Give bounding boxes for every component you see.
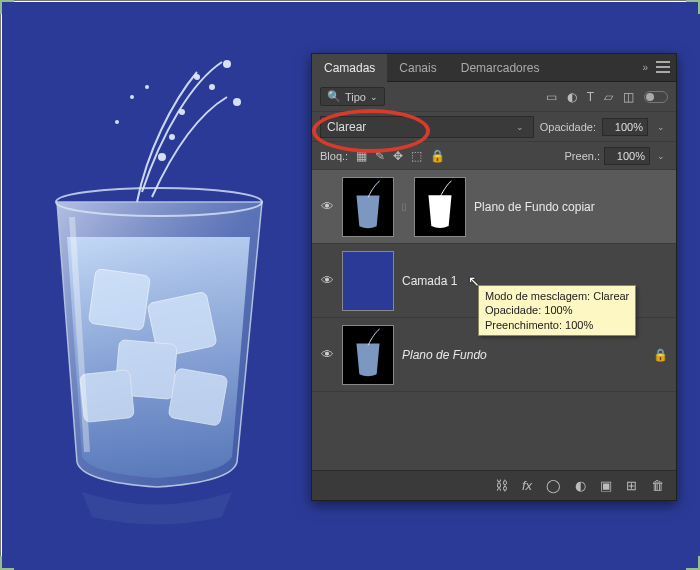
tab-layers[interactable]: Camadas: [312, 54, 387, 82]
chevron-down-icon[interactable]: ⌄: [654, 122, 668, 132]
canvas-image: [22, 42, 297, 532]
collapse-icon[interactable]: »: [642, 62, 648, 73]
canvas-background: Camadas Canais Demarcadores » 🔍 Tipo ⌄ ▭…: [2, 2, 700, 570]
svg-point-1: [209, 84, 215, 90]
filter-smart-icon[interactable]: ◫: [623, 90, 634, 104]
layer-mask-thumbnail[interactable]: [414, 177, 466, 237]
layer-thumbnail[interactable]: [342, 325, 394, 385]
opacity-value[interactable]: 100%: [602, 118, 648, 136]
opacity-label: Opacidade:: [540, 121, 596, 133]
lock-icon-group: ▦ ✎ ✥ ⬚ 🔒: [356, 149, 445, 163]
delete-layer-icon[interactable]: 🗑: [651, 478, 664, 493]
lock-fill-row: Bloq.: ▦ ✎ ✥ ⬚ 🔒 Preen.: 100% ⌄: [312, 142, 676, 170]
visibility-eye-icon[interactable]: 👁: [320, 273, 334, 288]
tooltip: Modo de mesclagem: Clarear Opacidade: 10…: [478, 285, 636, 336]
search-icon: 🔍: [327, 90, 341, 103]
lock-all-icon[interactable]: 🔒: [430, 149, 445, 163]
app-frame: Camadas Canais Demarcadores » 🔍 Tipo ⌄ ▭…: [0, 0, 700, 570]
svg-point-4: [179, 109, 185, 115]
svg-point-6: [158, 153, 166, 161]
lock-position-icon[interactable]: ✥: [393, 149, 403, 163]
panel-tab-bar: Camadas Canais Demarcadores »: [312, 54, 676, 82]
blend-mode-value: Clarear: [327, 120, 366, 134]
new-layer-icon[interactable]: ⊞: [626, 478, 637, 493]
layers-panel-footer: ⛓ fx ◯ ◐ ▣ ⊞ 🗑: [312, 470, 676, 500]
layers-panel: Camadas Canais Demarcadores » 🔍 Tipo ⌄ ▭…: [311, 53, 677, 501]
corner-bracket: [0, 556, 14, 570]
filter-type-icon[interactable]: T: [587, 90, 594, 104]
corner-bracket: [686, 556, 700, 570]
corner-bracket: [686, 0, 700, 14]
filter-toggle[interactable]: [644, 91, 668, 103]
layer-group-icon[interactable]: ▣: [600, 478, 612, 493]
chevron-down-icon[interactable]: ⌄: [654, 151, 668, 161]
svg-point-0: [223, 60, 231, 68]
layer-name-label[interactable]: Plano de Fundo copiar: [474, 200, 668, 214]
svg-point-2: [194, 74, 200, 80]
blend-mode-dropdown[interactable]: Clarear ⌄: [320, 116, 534, 138]
svg-point-7: [130, 95, 134, 99]
svg-point-3: [233, 98, 241, 106]
add-mask-icon[interactable]: ◯: [546, 478, 561, 493]
panel-menu-icon[interactable]: [656, 61, 670, 73]
lock-icon: 🔒: [653, 348, 668, 362]
filter-pixel-icon[interactable]: ▭: [546, 90, 557, 104]
svg-point-5: [169, 134, 175, 140]
tab-channels[interactable]: Canais: [387, 54, 448, 82]
blend-opacity-row: Clarear ⌄ Opacidade: 100% ⌄: [312, 112, 676, 142]
svg-rect-13: [80, 370, 135, 423]
link-layers-icon[interactable]: ⛓: [495, 478, 508, 493]
tab-paths[interactable]: Demarcadores: [449, 54, 552, 82]
fill-value[interactable]: 100%: [604, 147, 650, 165]
filter-kind-label: Tipo: [345, 91, 366, 103]
lock-pixels-icon[interactable]: ✎: [375, 149, 385, 163]
filter-adjust-icon[interactable]: ◐: [567, 90, 577, 104]
layer-thumbnail[interactable]: [342, 251, 394, 311]
link-mask-icon[interactable]: 𓉘: [402, 201, 406, 213]
visibility-eye-icon[interactable]: 👁: [320, 199, 334, 214]
tooltip-line: Opacidade: 100%: [485, 303, 629, 317]
chevron-down-icon: ⌄: [370, 92, 378, 102]
visibility-eye-icon[interactable]: 👁: [320, 347, 334, 362]
layer-row[interactable]: 👁 𓉘 Plano de Fundo copiar: [312, 170, 676, 244]
layer-fx-icon[interactable]: fx: [522, 478, 532, 493]
corner-bracket: [0, 0, 14, 14]
tooltip-line: Preenchimento: 100%: [485, 318, 629, 332]
svg-rect-14: [168, 368, 228, 426]
layer-thumbnail[interactable]: [342, 177, 394, 237]
svg-point-9: [145, 85, 149, 89]
lock-artboard-icon[interactable]: ⬚: [411, 149, 422, 163]
fill-label: Preen.:: [565, 150, 600, 162]
filter-kind-dropdown[interactable]: 🔍 Tipo ⌄: [320, 87, 385, 106]
layer-filter-row: 🔍 Tipo ⌄ ▭ ◐ T ▱ ◫: [312, 82, 676, 112]
filter-shape-icon[interactable]: ▱: [604, 90, 613, 104]
layer-name-label[interactable]: Plano de Fundo: [402, 348, 645, 362]
svg-rect-10: [88, 269, 150, 331]
chevron-down-icon: ⌄: [513, 122, 527, 132]
lock-transparency-icon[interactable]: ▦: [356, 149, 367, 163]
svg-point-8: [115, 120, 119, 124]
filter-type-icons: ▭ ◐ T ▱ ◫: [546, 90, 668, 104]
tooltip-line: Modo de mesclagem: Clarear: [485, 289, 629, 303]
lock-label: Bloq.:: [320, 150, 348, 162]
adjustment-layer-icon[interactable]: ◐: [575, 478, 586, 493]
